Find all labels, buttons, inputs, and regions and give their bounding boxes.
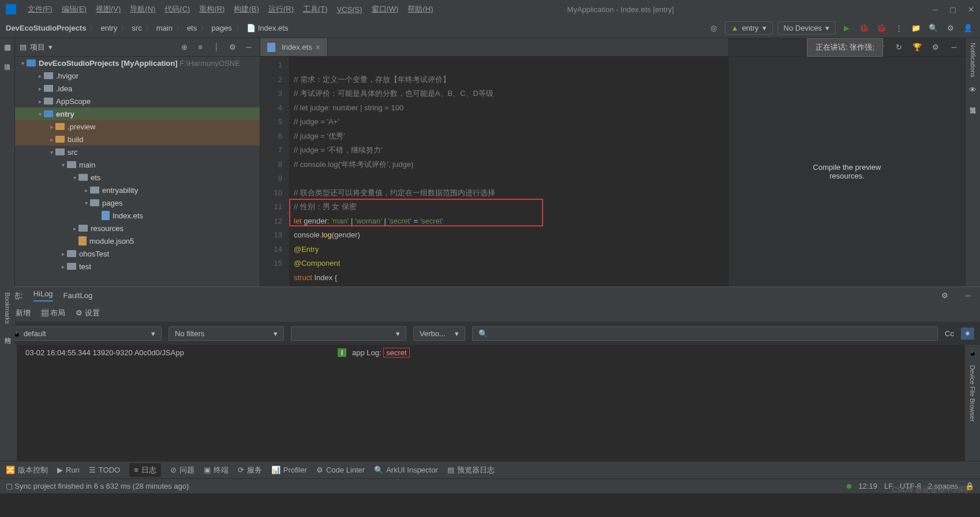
menu-file[interactable]: 文件(F) bbox=[24, 3, 56, 16]
menu-run[interactable]: 运行(R) bbox=[265, 3, 297, 16]
tree-pages[interactable]: pages bbox=[102, 199, 122, 207]
inspector-button[interactable]: 🔍 ArkUI Inspector bbox=[374, 466, 438, 474]
tab-close-icon[interactable]: × bbox=[316, 43, 320, 52]
tree-src[interactable]: src bbox=[68, 148, 77, 157]
status-bar: ▢ Sync project finished in 6 s 632 ms (2… bbox=[0, 478, 980, 493]
menu-refactor[interactable]: 重构(R) bbox=[196, 3, 228, 16]
trophy-icon[interactable]: 🏆 bbox=[911, 41, 923, 54]
crumb-root[interactable]: DevEcoStudioProjects bbox=[6, 24, 86, 32]
tree-ohostest[interactable]: ohosTest bbox=[79, 250, 109, 258]
menu-build[interactable]: 构建(B) bbox=[230, 3, 262, 16]
menu-tools[interactable]: 工具(T) bbox=[300, 3, 331, 16]
tab-index[interactable]: Index.ets× bbox=[260, 38, 328, 56]
regex-icon[interactable]: ✷ bbox=[961, 328, 974, 340]
divider-icon[interactable]: ┊ bbox=[210, 41, 223, 54]
collapse-icon[interactable]: ⊕ bbox=[178, 41, 190, 54]
tree-preview[interactable]: .preview bbox=[68, 122, 95, 131]
tree-idea[interactable]: .idea bbox=[56, 84, 72, 93]
linter-button[interactable]: ⚙ Code Linter bbox=[316, 466, 365, 474]
project-tree[interactable]: ▾DevEcoStudioProjects [MyApplication] F:… bbox=[15, 57, 260, 287]
package-filter[interactable]: ▾ bbox=[291, 326, 406, 341]
tree-appscope[interactable]: AppScope bbox=[56, 97, 91, 106]
minimize-icon[interactable]: ─ bbox=[933, 5, 938, 14]
log-button[interactable]: ≡ 日志 bbox=[129, 463, 161, 477]
target-icon[interactable]: ◎ bbox=[708, 22, 720, 35]
todo-button[interactable]: ☰ TODO bbox=[89, 466, 120, 474]
device-filter[interactable]: 📱 default▾ bbox=[6, 326, 162, 341]
services-button[interactable]: ⟳ 服务 bbox=[238, 465, 262, 475]
tree-entry[interactable]: entry bbox=[56, 110, 74, 118]
search-filter[interactable]: 🔍 bbox=[472, 326, 938, 341]
refresh-icon[interactable]: ↻ bbox=[892, 41, 905, 54]
menu-edit[interactable]: 编辑(E) bbox=[58, 3, 90, 16]
previewlog-button[interactable]: ▤ 预览器日志 bbox=[447, 465, 495, 475]
settings-icon[interactable]: ⚙ bbox=[944, 22, 957, 35]
code-content[interactable]: // 需求：定义一个变量，存放【年终考试评价】 // 考试评价：可能是具体的分数… bbox=[289, 57, 728, 287]
run-icon[interactable]: ▶ bbox=[840, 22, 853, 35]
grid-icon[interactable]: ▦ bbox=[4, 43, 11, 51]
tree-ets[interactable]: ets bbox=[91, 173, 100, 182]
menu-view[interactable]: 视图(V) bbox=[92, 3, 124, 16]
sidebar-notifications[interactable]: Notifications bbox=[970, 43, 977, 77]
sidebar-devicefile[interactable]: Device File Browser bbox=[969, 365, 976, 422]
tree-test[interactable]: test bbox=[79, 262, 91, 271]
search-icon[interactable]: 🔍 bbox=[927, 22, 940, 35]
log-output[interactable]: 03-02 16:04:55.344 13920-9320 A0c0d0/JSA… bbox=[17, 345, 965, 461]
folder-icon[interactable]: 📁 bbox=[910, 22, 922, 35]
close-icon[interactable]: ✕ bbox=[968, 5, 974, 14]
terminal-button[interactable]: ▣ 终端 bbox=[204, 465, 229, 475]
crumb-src[interactable]: src bbox=[132, 24, 141, 32]
log-hide-icon[interactable]: ─ bbox=[962, 289, 974, 302]
module-selector[interactable]: ▲entry▾ bbox=[725, 21, 773, 35]
menu-vcs[interactable]: VCS(S) bbox=[333, 4, 365, 15]
menu-help[interactable]: 帮助(H) bbox=[404, 3, 436, 16]
gear-icon[interactable]: ⚙ bbox=[929, 41, 942, 54]
log-settings[interactable]: ⚙ 设置 bbox=[76, 308, 100, 318]
process-filter[interactable]: No filters▾ bbox=[169, 326, 284, 341]
crumb-main[interactable]: main bbox=[156, 24, 173, 32]
log-gear-icon[interactable]: ⚙ bbox=[938, 289, 951, 302]
tree-build[interactable]: build bbox=[68, 135, 83, 144]
menu-code[interactable]: 代码(C) bbox=[161, 3, 193, 16]
tree-root[interactable]: DevEcoStudioProjects [MyApplication] bbox=[39, 59, 178, 68]
expand-icon[interactable]: ≡ bbox=[194, 41, 207, 54]
vcs-button[interactable]: 🔀 版本控制 bbox=[6, 465, 48, 475]
device-file-icon[interactable]: 📱 bbox=[968, 348, 977, 357]
profiler-button[interactable]: 📊 Profiler bbox=[271, 466, 307, 474]
maximize-icon[interactable]: ▢ bbox=[949, 5, 956, 14]
bottom-toolbar: 🔀 版本控制 ▶ Run ☰ TODO ≡ 日志 ⊘ 问题 ▣ 终端 ⟳ 服务 … bbox=[0, 461, 980, 478]
code-editor[interactable]: 123456789101112131415 // 需求：定义一个变量，存放【年终… bbox=[260, 57, 728, 287]
log-layout[interactable]: ▦ 布局 bbox=[41, 308, 66, 318]
tree-indexets[interactable]: Index.ets bbox=[113, 211, 143, 220]
log-tab-hilog[interactable]: HiLog bbox=[33, 289, 53, 302]
menu-window[interactable]: 窗口(W) bbox=[368, 3, 402, 16]
app-title: MyApplication - Index.ets [entry] bbox=[567, 5, 674, 14]
tree-entryability[interactable]: entryability bbox=[102, 186, 138, 195]
crumb-ets[interactable]: ets bbox=[187, 24, 197, 32]
problems-button[interactable]: ⊘ 问题 bbox=[170, 465, 194, 475]
avatar-icon[interactable]: 👤 bbox=[962, 22, 974, 35]
dropdown-icon[interactable]: ▾ bbox=[48, 43, 53, 51]
sidebar-bookmarks[interactable]: Bookmarks bbox=[4, 292, 11, 324]
run-button[interactable]: ▶ Run bbox=[57, 466, 80, 474]
crumb-file[interactable]: Index.ets bbox=[258, 24, 289, 32]
crumb-entry[interactable]: entry bbox=[100, 24, 117, 32]
crumb-pages[interactable]: pages bbox=[211, 24, 231, 32]
minimize-panel-icon[interactable]: ─ bbox=[948, 41, 960, 54]
hide-icon[interactable]: ─ bbox=[242, 41, 255, 54]
device-selector[interactable]: No Devices▾ bbox=[777, 21, 836, 35]
debug-icon[interactable]: 🐞 bbox=[858, 22, 870, 35]
tree-hvigor[interactable]: .hvigor bbox=[56, 72, 78, 80]
tree-module[interactable]: module.json5 bbox=[89, 237, 134, 246]
eye-icon[interactable]: 👁 bbox=[969, 85, 977, 94]
level-filter[interactable]: Verbo...▾ bbox=[413, 326, 465, 341]
more-icon[interactable]: ⋮ bbox=[892, 22, 905, 35]
gear-icon[interactable]: ⚙ bbox=[226, 41, 239, 54]
log-cc[interactable]: Cc bbox=[945, 329, 954, 338]
tree-resources[interactable]: resources bbox=[91, 224, 124, 233]
tree-main[interactable]: main bbox=[79, 161, 95, 169]
menu-nav[interactable]: 导航(N) bbox=[126, 3, 159, 16]
coverage-icon[interactable]: 🐞 bbox=[875, 22, 888, 35]
caret-position[interactable]: 12:19 bbox=[858, 482, 877, 490]
log-tab-faultlog[interactable]: FaultLog bbox=[63, 291, 93, 300]
